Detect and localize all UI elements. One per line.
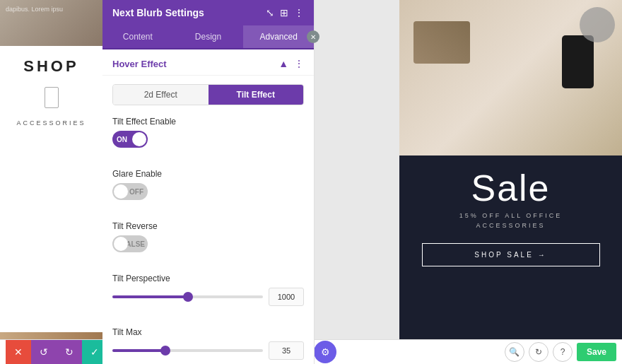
tilt-effect-toggle-container: ON: [112, 131, 304, 148]
tilt-reverse-label: Tilt Reverse: [112, 221, 304, 231]
help-button[interactable]: ?: [553, 342, 573, 362]
close-panel-icon[interactable]: ✕: [307, 30, 319, 43]
settings-icon: ⚙: [321, 346, 330, 358]
tilt-max-thumb[interactable]: [160, 346, 170, 356]
panel-tabs: Content Design Advanced ✕: [102, 25, 314, 49]
glare-toggle-label: OFF: [129, 188, 143, 196]
bottom-left-tools: ✕ ↺ ↻ ✓: [6, 340, 107, 365]
glare-toggle[interactable]: OFF: [112, 183, 148, 200]
tilt-max-section: Tilt Max 35: [102, 322, 314, 364]
section-header: Hover Effect ▲ ⋮: [102, 49, 314, 76]
section-title: Hover Effect: [112, 59, 167, 69]
glare-label: Glare Enable: [112, 169, 304, 179]
save-button[interactable]: Save: [577, 343, 616, 361]
tilt-perspective-label: Tilt Perspective: [112, 274, 304, 283]
tab-2d-effect[interactable]: 2d Effect: [113, 85, 209, 105]
collapse-icon[interactable]: ▲: [278, 58, 288, 69]
search-button[interactable]: 🔍: [505, 342, 524, 362]
sale-cup: [580, 7, 615, 42]
tab-design[interactable]: Design: [173, 25, 244, 48]
panel-header: Next Blurb Settings ⤡ ⊞ ⋮: [102, 0, 314, 25]
tilt-effect-label: Tilt Effect Enable: [112, 117, 304, 127]
sale-discount: 15% OFF ALL OFFICE: [459, 212, 563, 219]
glare-enable-section: Glare Enable OFF: [102, 163, 314, 216]
shop-preview-image: [0, 0, 102, 46]
search-icon: 🔍: [509, 347, 520, 357]
close-button[interactable]: ✕: [6, 340, 31, 365]
tilt-perspective-value[interactable]: 1000: [269, 288, 304, 306]
tilt-reverse-toggle-container: FALSE: [112, 235, 304, 252]
sync-icon: ↻: [535, 347, 542, 357]
tilt-reverse-toggle[interactable]: FALSE: [112, 235, 148, 252]
panel-body: Hover Effect ▲ ⋮ 2d Effect Tilt Effect T…: [102, 49, 314, 364]
shop-title: SHOP: [23, 57, 78, 76]
sale-phone: [562, 35, 594, 88]
effect-tabs: 2d Effect Tilt Effect: [112, 84, 304, 105]
tilt-reverse-section: Tilt Reverse FALSE: [102, 216, 314, 268]
tab-advanced[interactable]: Advanced ✕: [243, 25, 314, 48]
settings-panel: Next Blurb Settings ⤡ ⊞ ⋮ Content Design…: [102, 0, 315, 364]
tilt-perspective-section: Tilt Perspective 1000: [102, 268, 314, 322]
shop-preview: SHOP ACCESSORIES: [0, 0, 102, 364]
shop-icon: [45, 87, 59, 108]
tilt-effect-toggle-label: ON: [117, 136, 127, 143]
settings-button[interactable]: ⚙: [314, 341, 336, 363]
tilt-max-slider-row: 35: [112, 341, 304, 360]
tab-tilt-effect[interactable]: Tilt Effect: [209, 85, 304, 105]
tilt-max-value[interactable]: 35: [269, 341, 304, 360]
glare-toggle-container: OFF: [112, 183, 304, 200]
more-icon[interactable]: ⋮: [294, 7, 304, 18]
tilt-perspective-thumb[interactable]: [183, 292, 193, 302]
sale-title: Sale: [471, 167, 550, 209]
redo-button[interactable]: ↻: [57, 340, 82, 365]
tilt-effect-enable-section: Tilt Effect Enable ON: [102, 111, 314, 163]
panel-header-icons: ⤡ ⊞ ⋮: [266, 7, 304, 18]
sale-category: ACCESSORIES: [476, 222, 545, 229]
tilt-perspective-slider-row: 1000: [112, 288, 304, 306]
sale-panel: Sale 15% OFF ALL OFFICE ACCESSORIES SHOP…: [399, 0, 622, 339]
sale-top-image: [399, 0, 622, 155]
columns-icon[interactable]: ⊞: [280, 7, 288, 18]
tilt-max-label: Tilt Max: [112, 327, 304, 337]
panel-title: Next Blurb Settings: [112, 7, 204, 18]
sale-glasses: [413, 21, 470, 64]
undo-button[interactable]: ↺: [31, 340, 57, 365]
tilt-effect-toggle-knob: [132, 132, 146, 146]
tilt-perspective-fill: [112, 295, 188, 298]
glare-toggle-knob: [114, 184, 128, 199]
tab-content[interactable]: Content: [102, 25, 173, 48]
section-header-actions: ▲ ⋮: [278, 58, 304, 69]
help-icon: ?: [561, 347, 565, 357]
bottom-right-tools: 🔍 ↻ ? Save: [505, 342, 616, 362]
tilt-reverse-toggle-knob: [114, 237, 128, 251]
section-more-icon[interactable]: ⋮: [294, 58, 304, 69]
sync-button[interactable]: ↻: [529, 342, 548, 362]
shop-accessories: ACCESSORIES: [16, 119, 86, 127]
tilt-effect-toggle[interactable]: ON: [112, 131, 148, 148]
tilt-perspective-track[interactable]: [112, 295, 263, 298]
tilt-max-track[interactable]: [112, 349, 263, 352]
tilt-max-fill: [112, 349, 165, 352]
sale-button[interactable]: SHOP SALE →: [422, 243, 600, 266]
maximize-icon[interactable]: ⤡: [266, 7, 274, 18]
